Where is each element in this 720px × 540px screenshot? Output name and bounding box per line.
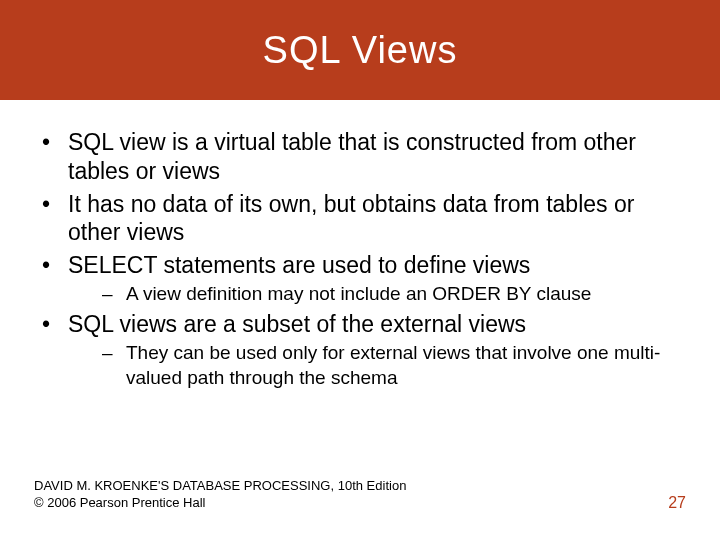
sub-bullet-list: A view definition may not include an ORD… [68,282,686,307]
bullet-item: SQL view is a virtual table that is cons… [34,128,686,186]
page-number: 27 [668,494,686,512]
footer: DAVID M. KROENKE'S DATABASE PROCESSING, … [34,478,686,512]
sub-bullet-item: A view definition may not include an ORD… [68,282,686,307]
content-area: SQL view is a virtual table that is cons… [0,100,720,391]
footer-line2: © 2006 Pearson Prentice Hall [34,495,406,512]
bullet-item: SELECT statements are used to define vie… [34,251,686,306]
bullet-text: SQL views are a subset of the external v… [68,311,526,337]
bullet-list: SQL view is a virtual table that is cons… [34,128,686,391]
bullet-item: It has no data of its own, but obtains d… [34,190,686,248]
title-bar: SQL Views [0,0,720,100]
sub-bullet-item: They can be used only for external views… [68,341,686,390]
sub-bullet-list: They can be used only for external views… [68,341,686,390]
bullet-item: SQL views are a subset of the external v… [34,310,686,390]
footer-credits: DAVID M. KROENKE'S DATABASE PROCESSING, … [34,478,406,512]
slide-title: SQL Views [263,29,458,72]
bullet-text: SELECT statements are used to define vie… [68,252,530,278]
footer-line1: DAVID M. KROENKE'S DATABASE PROCESSING, … [34,478,406,495]
slide: SQL Views SQL view is a virtual table th… [0,0,720,540]
